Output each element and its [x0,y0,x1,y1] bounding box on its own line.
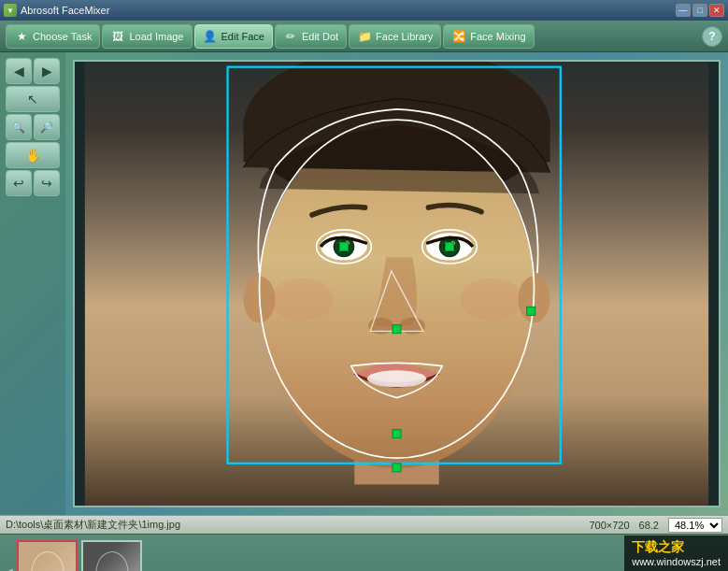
select-tool-button[interactable]: ↖ [6,86,60,112]
face-canvas [75,62,719,506]
thumbnail-gray-preview [83,542,140,572]
zoom-selector[interactable]: 48.1% 25% 50% 75% 100% [668,518,722,533]
canvas-container[interactable] [73,60,721,507]
tab-choose-task[interactable]: ★ Choose Task [6,24,100,49]
nav-tools-row: ◀ ▶ [4,58,62,84]
help-button[interactable]: ? [702,26,722,47]
tab-edit-dot[interactable]: ✏ Edit Dot [275,24,347,49]
svg-rect-28 [393,464,401,472]
star-icon: ★ [14,29,29,44]
prev-button[interactable]: ◀ [6,58,32,84]
watermark-title: 下载之家 [632,539,721,556]
tab-edit-face[interactable]: 👤 Edit Face [194,24,273,49]
app-icon: ▼ [4,4,17,17]
title-bar: ▼ Abrosoft FaceMixer — □ ✕ [0,0,728,21]
undo-button[interactable]: ↩ [6,170,32,196]
pan-tool-row: ✋ [4,142,62,168]
minimize-button[interactable]: — [676,4,691,17]
watermark: 下载之家 www.windowszj.net [624,535,728,571]
tool-panel: ◀ ▶ ↖ 🔍 🔎 ✋ ↩ ↪ [0,52,65,515]
svg-rect-24 [339,242,348,250]
redo-button[interactable]: ↪ [34,170,60,196]
status-bar: D:\tools\桌面素材\新建文件夹\1img.jpg 700×720 68.… [0,515,728,534]
svg-point-18 [270,278,334,321]
thumbnail-strip: ◀ [0,534,728,571]
watermark-url: www.windowszj.net [632,556,721,567]
file-path: D:\tools\桌面素材\新建文件夹\1img.jpg [6,518,180,532]
image-dimensions: 700×720 [589,520,629,531]
thumbnail-face-shape [31,551,64,572]
thumbnail-color-preview [19,542,76,572]
next-button[interactable]: ▶ [34,58,60,84]
zoom-tools-row: 🔍 🔎 [4,114,62,140]
zoom-out-button[interactable]: 🔎 [34,114,60,140]
folder-icon: 📁 [357,29,372,44]
title-bar-left: ▼ Abrosoft FaceMixer [4,4,109,17]
thumbnail-gray-face-shape [95,551,128,572]
main-area: ◀ ▶ ↖ 🔍 🔎 ✋ ↩ ↪ [0,52,728,515]
status-bar-right: 700×720 68.2 48.1% 25% 50% 75% 100% [589,518,722,533]
svg-point-17 [367,370,426,387]
toolbar: ★ Choose Task 🖼 Load Image 👤 Edit Face ✏… [0,21,728,52]
svg-rect-26 [393,325,401,334]
tab-face-library[interactable]: 📁 Face Library [349,24,441,49]
face-icon: 👤 [203,29,218,44]
maximize-button[interactable]: □ [692,4,707,17]
close-button[interactable]: ✕ [709,4,724,17]
app-title: Abrosoft FaceMixer [21,5,109,16]
svg-rect-25 [446,242,454,250]
mix-icon: 🔀 [451,29,466,44]
tab-face-mixing[interactable]: 🔀 Face Mixing [443,24,534,49]
tab-load-image[interactable]: 🖼 Load Image [102,24,192,49]
thumbnail-item-2[interactable] [81,540,142,572]
pan-tool-button[interactable]: ✋ [6,142,60,168]
thumbnail-item-1[interactable] [17,540,78,572]
title-bar-controls: — □ ✕ [676,4,724,17]
svg-rect-29 [527,307,535,315]
canvas-area [65,52,728,515]
undo-redo-row: ↩ ↪ [4,170,62,196]
image-icon: 🖼 [110,29,125,44]
pencil-icon: ✏ [283,29,298,44]
select-tool-row: ↖ [4,86,62,112]
svg-point-19 [460,278,523,321]
status-value: 68.2 [639,520,659,531]
zoom-in-button[interactable]: 🔍 [6,114,32,140]
thumbnail-scroll-left[interactable]: ◀ [6,566,13,571]
svg-rect-27 [393,430,401,438]
